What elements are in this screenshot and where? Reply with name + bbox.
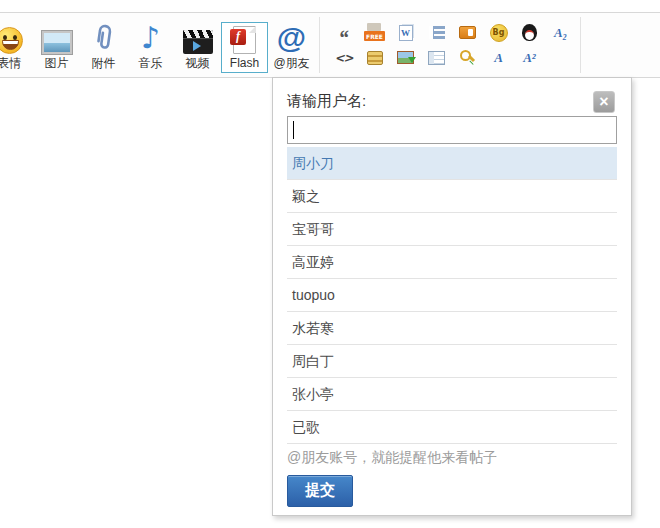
word-doc-icon[interactable]: W	[390, 21, 421, 44]
toolbar-small-group: “FREEWBgA₂ <>AA²	[328, 21, 576, 69]
user-row[interactable]: 张小亭	[287, 378, 617, 411]
toolbar-item-emoticon[interactable]: 表情	[0, 23, 33, 73]
flash-icon	[233, 26, 256, 54]
toolbar-item-label: 音乐	[139, 57, 163, 70]
username-input[interactable]	[287, 116, 617, 144]
close-icon: ×	[599, 93, 608, 110]
toolbar-item-label: 图片	[45, 57, 69, 70]
attachment-icon	[92, 22, 116, 54]
toolbar-item-attachment[interactable]: 附件	[80, 18, 127, 73]
toolbar-item-music[interactable]: ♪音乐	[127, 18, 174, 73]
blockquote-icon-shape: “	[339, 35, 349, 41]
toolbar-item-video[interactable]: 视频	[174, 26, 221, 73]
close-button[interactable]: ×	[593, 91, 615, 113]
toolbar-item-label: 表情	[0, 57, 22, 70]
code-icon[interactable]: <>	[328, 46, 359, 69]
toolbar-separator	[319, 17, 320, 73]
toolbar-separator	[580, 17, 581, 73]
password-content-icon[interactable]	[359, 46, 390, 69]
sell-content-icon[interactable]	[452, 46, 483, 69]
page: 表情图片附件♪音乐视频Flash@@朋友 “FREEWBgA₂ <>AA² 请输…	[0, 0, 660, 528]
subscript-icon-shape: A₂	[554, 25, 567, 41]
toolbar-item-flash[interactable]: Flash	[221, 22, 268, 73]
user-row[interactable]: 已歌	[287, 411, 617, 444]
toolbar-small-row-2: <>AA²	[328, 46, 576, 69]
toolbar-main-group: 表情图片附件♪音乐视频Flash@@朋友	[0, 18, 315, 73]
toolbar-item-label: @朋友	[273, 57, 309, 70]
sell-content-icon-shape	[459, 49, 476, 66]
at-friend-icon: @	[277, 22, 306, 54]
qq-icon-shape	[522, 24, 537, 41]
indent-icon[interactable]	[421, 21, 452, 44]
insert-image-icon[interactable]	[390, 46, 421, 69]
toolbar-item-label: 视频	[186, 57, 210, 70]
editor-toolbar: 表情图片附件♪音乐视频Flash@@朋友 “FREEWBgA₂ <>AA²	[0, 12, 660, 78]
subscript-icon[interactable]: A₂	[545, 21, 576, 44]
font-color-icon[interactable]: A	[483, 46, 514, 69]
toolbar-item-at-friend[interactable]: @@朋友	[268, 18, 315, 73]
user-list: 周小刀颖之宝哥哥高亚婷tuopuo水若寒周白丁张小亭已歌	[287, 147, 617, 444]
hide-content-icon[interactable]	[452, 21, 483, 44]
indent-icon-shape	[429, 26, 445, 39]
background-color-icon-shape: Bg	[490, 24, 508, 42]
blockquote-icon[interactable]: “	[328, 21, 359, 44]
at-friend-popup: 请输用户名: × 周小刀颖之宝哥哥高亚婷tuopuo水若寒周白丁张小亭已歌 @朋…	[272, 77, 632, 516]
user-row[interactable]: 周小刀	[287, 147, 617, 180]
music-icon: ♪	[141, 22, 160, 54]
submit-button[interactable]: 提交	[287, 475, 353, 507]
free-resource-icon-shape: FREE	[364, 31, 385, 41]
emoticon-icon	[0, 27, 23, 54]
popup-hint: @朋友账号，就能提醒他来看帖子	[287, 444, 617, 470]
code-icon-shape: <>	[334, 51, 352, 65]
superscript-icon[interactable]: A²	[514, 46, 545, 69]
username-input-wrap	[287, 116, 617, 144]
qq-icon[interactable]	[514, 21, 545, 44]
toolbar-item-label: 附件	[92, 57, 116, 70]
font-color-icon-shape: A	[494, 50, 503, 66]
toolbar-item-image[interactable]: 图片	[33, 27, 80, 73]
password-content-icon-shape	[367, 51, 383, 65]
user-row[interactable]: 高亚婷	[287, 246, 617, 279]
background-color-icon[interactable]: Bg	[483, 21, 514, 44]
user-row[interactable]: 宝哥哥	[287, 213, 617, 246]
hide-content-icon-shape	[459, 26, 476, 39]
user-row[interactable]: tuopuo	[287, 279, 617, 312]
image-icon	[42, 31, 72, 54]
word-doc-icon-shape: W	[399, 25, 413, 41]
user-row[interactable]: 水若寒	[287, 312, 617, 345]
video-icon	[183, 30, 213, 54]
toolbar-small-row-1: “FREEWBgA₂	[328, 21, 576, 44]
superscript-icon-shape: A²	[523, 50, 536, 66]
insert-image-icon-shape	[397, 51, 414, 64]
table-icon[interactable]	[421, 46, 452, 69]
user-row[interactable]: 周白丁	[287, 345, 617, 378]
toolbar-item-label: Flash	[230, 57, 259, 70]
popup-title: 请输用户名:	[287, 90, 617, 114]
table-icon-shape	[428, 51, 445, 65]
free-resource-icon[interactable]: FREE	[359, 21, 390, 44]
user-row[interactable]: 颖之	[287, 180, 617, 213]
text-caret	[293, 121, 294, 139]
